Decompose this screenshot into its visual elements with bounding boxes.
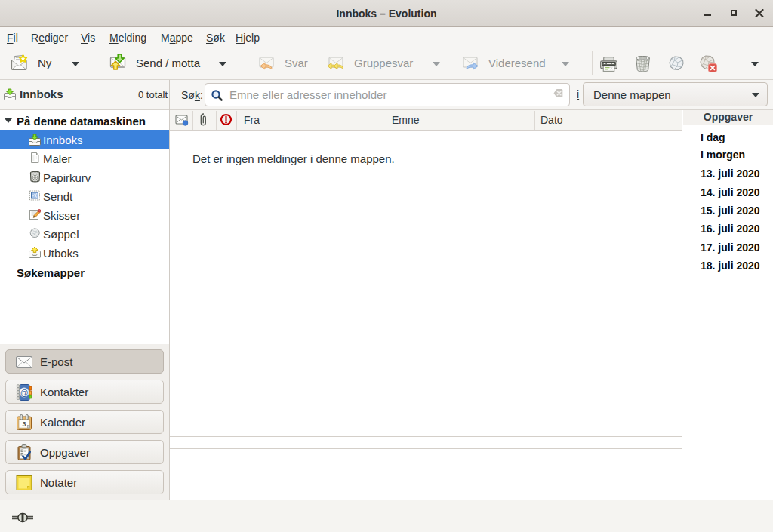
- svg-text:3: 3: [22, 420, 26, 428]
- svg-text:@: @: [20, 388, 28, 397]
